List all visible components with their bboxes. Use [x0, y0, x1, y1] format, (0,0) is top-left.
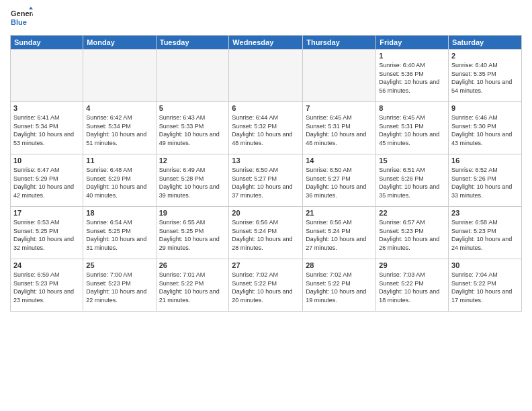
day-number: 4 — [86, 104, 152, 112]
calendar-cell: 20Sunrise: 6:56 AMSunset: 5:24 PMDayligh… — [229, 207, 303, 259]
calendar-cell: 13Sunrise: 6:50 AMSunset: 5:27 PMDayligh… — [229, 154, 303, 207]
calendar-week-3: 17Sunrise: 6:53 AMSunset: 5:25 PMDayligh… — [11, 207, 522, 259]
day-info: Sunrise: 6:48 AMSunset: 5:29 PMDaylight:… — [86, 166, 152, 199]
day-number: 17 — [13, 209, 80, 217]
calendar-cell — [156, 50, 229, 102]
svg-marker-2 — [29, 7, 33, 9]
day-number: 3 — [13, 104, 80, 112]
calendar-cell: 11Sunrise: 6:48 AMSunset: 5:29 PMDayligh… — [83, 154, 156, 207]
calendar-table: SundayMondayTuesdayWednesdayThursdayFrid… — [10, 35, 522, 312]
day-info: Sunrise: 6:41 AMSunset: 5:34 PMDaylight:… — [13, 113, 80, 147]
day-info: Sunrise: 6:56 AMSunset: 5:24 PMDaylight:… — [306, 218, 373, 252]
day-number: 1 — [379, 52, 445, 60]
day-number: 6 — [232, 104, 300, 112]
calendar-cell: 16Sunrise: 6:52 AMSunset: 5:26 PMDayligh… — [449, 154, 522, 207]
day-number: 2 — [451, 52, 519, 60]
calendar-cell: 21Sunrise: 6:56 AMSunset: 5:24 PMDayligh… — [303, 207, 376, 259]
col-header-sunday: Sunday — [11, 36, 83, 50]
calendar-cell: 22Sunrise: 6:57 AMSunset: 5:23 PMDayligh… — [376, 207, 449, 259]
calendar-cell: 26Sunrise: 7:01 AMSunset: 5:22 PMDayligh… — [156, 259, 229, 312]
calendar-cell: 17Sunrise: 6:53 AMSunset: 5:25 PMDayligh… — [11, 207, 83, 259]
day-info: Sunrise: 6:56 AMSunset: 5:24 PMDaylight:… — [232, 218, 300, 252]
day-info: Sunrise: 6:50 AMSunset: 5:27 PMDaylight:… — [232, 166, 300, 199]
day-info: Sunrise: 6:44 AMSunset: 5:32 PMDaylight:… — [232, 113, 300, 147]
day-number: 10 — [13, 156, 80, 165]
calendar-week-1: 3Sunrise: 6:41 AMSunset: 5:34 PMDaylight… — [11, 102, 522, 154]
calendar-week-4: 24Sunrise: 6:59 AMSunset: 5:23 PMDayligh… — [11, 259, 522, 312]
calendar-cell: 14Sunrise: 6:50 AMSunset: 5:27 PMDayligh… — [303, 154, 376, 207]
day-info: Sunrise: 6:45 AMSunset: 5:31 PMDaylight:… — [306, 113, 373, 147]
day-number: 26 — [159, 261, 226, 269]
day-info: Sunrise: 7:03 AMSunset: 5:22 PMDaylight:… — [379, 271, 445, 304]
calendar-cell: 10Sunrise: 6:47 AMSunset: 5:29 PMDayligh… — [11, 154, 83, 207]
day-info: Sunrise: 6:57 AMSunset: 5:23 PMDaylight:… — [379, 218, 445, 252]
calendar-header-row: SundayMondayTuesdayWednesdayThursdayFrid… — [11, 36, 522, 50]
col-header-wednesday: Wednesday — [229, 36, 303, 50]
header: General Blue — [10, 7, 522, 30]
calendar-cell: 18Sunrise: 6:54 AMSunset: 5:25 PMDayligh… — [83, 207, 156, 259]
col-header-saturday: Saturday — [449, 36, 522, 50]
day-info: Sunrise: 6:58 AMSunset: 5:23 PMDaylight:… — [451, 218, 519, 252]
calendar-cell: 15Sunrise: 6:51 AMSunset: 5:26 PMDayligh… — [376, 154, 449, 207]
day-info: Sunrise: 6:47 AMSunset: 5:29 PMDaylight:… — [13, 166, 80, 199]
day-info: Sunrise: 6:50 AMSunset: 5:27 PMDaylight:… — [306, 166, 373, 199]
day-info: Sunrise: 6:40 AMSunset: 5:35 PMDaylight:… — [451, 61, 519, 95]
day-info: Sunrise: 7:02 AMSunset: 5:22 PMDaylight:… — [306, 271, 373, 304]
day-number: 5 — [159, 104, 226, 112]
day-number: 14 — [306, 156, 373, 165]
calendar-week-2: 10Sunrise: 6:47 AMSunset: 5:29 PMDayligh… — [11, 154, 522, 207]
calendar-cell: 5Sunrise: 6:43 AMSunset: 5:33 PMDaylight… — [156, 102, 229, 154]
day-number: 9 — [451, 104, 519, 112]
day-info: Sunrise: 6:43 AMSunset: 5:33 PMDaylight:… — [159, 113, 226, 147]
calendar-cell — [11, 50, 83, 102]
day-number: 8 — [379, 104, 445, 112]
day-info: Sunrise: 6:53 AMSunset: 5:25 PMDaylight:… — [13, 218, 80, 252]
calendar-week-0: 1Sunrise: 6:40 AMSunset: 5:36 PMDaylight… — [11, 50, 522, 102]
calendar-cell: 28Sunrise: 7:02 AMSunset: 5:22 PMDayligh… — [303, 259, 376, 312]
day-info: Sunrise: 6:46 AMSunset: 5:30 PMDaylight:… — [451, 113, 519, 147]
day-number: 19 — [159, 209, 226, 217]
day-number: 29 — [379, 261, 445, 269]
day-number: 18 — [86, 209, 152, 217]
day-info: Sunrise: 6:59 AMSunset: 5:23 PMDaylight:… — [13, 271, 80, 304]
day-info: Sunrise: 6:51 AMSunset: 5:26 PMDaylight:… — [379, 166, 445, 199]
day-number: 28 — [306, 261, 373, 269]
calendar-cell: 12Sunrise: 6:49 AMSunset: 5:28 PMDayligh… — [156, 154, 229, 207]
calendar-cell: 29Sunrise: 7:03 AMSunset: 5:22 PMDayligh… — [376, 259, 449, 312]
calendar-cell — [229, 50, 303, 102]
day-number: 13 — [232, 156, 300, 165]
day-number: 11 — [86, 156, 152, 165]
calendar-cell: 4Sunrise: 6:42 AMSunset: 5:34 PMDaylight… — [83, 102, 156, 154]
day-number: 24 — [13, 261, 80, 269]
col-header-friday: Friday — [376, 36, 449, 50]
day-number: 15 — [379, 156, 445, 165]
svg-text:Blue: Blue — [11, 18, 27, 26]
calendar-cell — [303, 50, 376, 102]
col-header-thursday: Thursday — [303, 36, 376, 50]
calendar-cell: 19Sunrise: 6:55 AMSunset: 5:25 PMDayligh… — [156, 207, 229, 259]
calendar-cell: 23Sunrise: 6:58 AMSunset: 5:23 PMDayligh… — [449, 207, 522, 259]
svg-text:General: General — [11, 9, 33, 17]
day-info: Sunrise: 6:54 AMSunset: 5:25 PMDaylight:… — [86, 218, 152, 252]
calendar-cell: 6Sunrise: 6:44 AMSunset: 5:32 PMDaylight… — [229, 102, 303, 154]
day-info: Sunrise: 7:01 AMSunset: 5:22 PMDaylight:… — [159, 271, 226, 304]
day-info: Sunrise: 6:45 AMSunset: 5:31 PMDaylight:… — [379, 113, 445, 147]
day-number: 21 — [306, 209, 373, 217]
calendar-cell: 2Sunrise: 6:40 AMSunset: 5:35 PMDaylight… — [449, 50, 522, 102]
calendar-cell: 9Sunrise: 6:46 AMSunset: 5:30 PMDaylight… — [449, 102, 522, 154]
calendar-cell: 1Sunrise: 6:40 AMSunset: 5:36 PMDaylight… — [376, 50, 449, 102]
day-info: Sunrise: 6:52 AMSunset: 5:26 PMDaylight:… — [451, 166, 519, 199]
day-info: Sunrise: 7:04 AMSunset: 5:22 PMDaylight:… — [451, 271, 519, 304]
page: General Blue SundayMondayTuesdayWednesda… — [0, 0, 532, 411]
calendar-cell: 27Sunrise: 7:02 AMSunset: 5:22 PMDayligh… — [229, 259, 303, 312]
day-number: 20 — [232, 209, 300, 217]
calendar-cell: 24Sunrise: 6:59 AMSunset: 5:23 PMDayligh… — [11, 259, 83, 312]
calendar-cell: 25Sunrise: 7:00 AMSunset: 5:23 PMDayligh… — [83, 259, 156, 312]
day-info: Sunrise: 6:40 AMSunset: 5:36 PMDaylight:… — [379, 61, 445, 95]
day-info: Sunrise: 6:42 AMSunset: 5:34 PMDaylight:… — [86, 113, 152, 147]
logo: General Blue — [10, 7, 33, 30]
day-number: 23 — [451, 209, 519, 217]
day-number: 12 — [159, 156, 226, 165]
calendar-cell: 7Sunrise: 6:45 AMSunset: 5:31 PMDaylight… — [303, 102, 376, 154]
day-number: 22 — [379, 209, 445, 217]
